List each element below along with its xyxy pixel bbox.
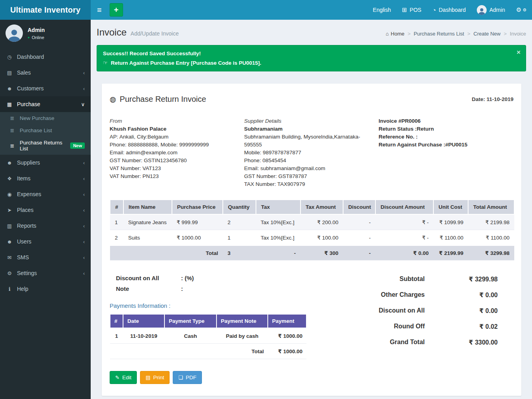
from-line: Email: admin@example.com	[110, 149, 235, 157]
sidebar-item-settings[interactable]: ⚙ Settings ‹	[0, 265, 91, 281]
note-label: Note	[116, 285, 181, 292]
sidebar-item-items[interactable]: ❖ Items ‹	[0, 170, 91, 186]
supplier-heading: Supplier Details	[244, 117, 369, 125]
payments-total-value: ₹ 1000.00	[268, 344, 306, 359]
gears-icon: ⚙	[516, 6, 521, 13]
sidebar-item-suppliers[interactable]: ☻ Suppliers ‹	[0, 155, 91, 170]
items-table: # Item Name Purchase Price Quantity Tax …	[110, 200, 515, 260]
dashboard-link[interactable]: ◔ Dashboard	[427, 0, 471, 20]
top-navbar: Ultimate Inventory ≡ + English ⊞ POS ◔ D…	[0, 0, 532, 20]
sidebar-item-purchase-list[interactable]: ≣ Purchase List	[0, 124, 91, 137]
sidebar-item-label: Purchase List	[20, 127, 52, 133]
sidebar-item-sms[interactable]: ✉ SMS ‹	[0, 249, 91, 265]
places-icon: ➤	[6, 207, 13, 213]
help-icon: ℹ	[6, 286, 13, 292]
total-unit-cost: ₹ 2199.99	[433, 245, 468, 260]
invoice-title: ◍ Purchase Return Invoice	[110, 95, 206, 104]
payments-header-row: # Date Payment Type Payment Note Payment	[110, 315, 306, 328]
cell: Tax 10%[Exc.]	[256, 230, 301, 246]
items-total-row: Total 3 - ₹ 300 - ₹ 0.00 ₹ 2199.99 ₹ 329…	[110, 245, 514, 260]
items-header-row: # Item Name Purchase Price Quantity Tax …	[110, 200, 514, 214]
cell: Suits	[123, 230, 172, 246]
app-logo[interactable]: Ultimate Inventory	[0, 0, 91, 20]
user-name: Admin	[28, 27, 45, 33]
cell: Cash	[164, 328, 217, 344]
cell: Signature Jeans	[123, 214, 172, 230]
items-header-cell: Tax	[256, 200, 301, 214]
from-line: AP: Ankali, City:Belgaum	[110, 133, 235, 141]
pos-link[interactable]: ⊞ POS	[396, 0, 427, 20]
sidebar-item-places[interactable]: ➤ Places ‹	[0, 202, 91, 218]
breadcrumb-create-new[interactable]: Create New	[474, 31, 501, 37]
items-row: 1 Signature Jeans ₹ 999.99 2 Tax 10%[Exc…	[110, 214, 514, 230]
chevron-left-icon: ‹	[83, 70, 85, 76]
sidebar-item-help[interactable]: ℹ Help	[0, 281, 91, 297]
invoice-date: Date: 11-10-2019	[472, 96, 513, 102]
payments-header-cell: Date	[123, 315, 164, 328]
sidebar-item-sales[interactable]: ▤ Sales ‹	[0, 65, 91, 81]
items-header-cell: Unit Cost	[433, 200, 468, 214]
customers-icon: ☻	[6, 86, 13, 92]
settings-menu[interactable]: ⚙⚙	[511, 0, 532, 20]
breadcrumb: ⌂ Home > Purchase Returns List > Create …	[386, 31, 526, 37]
sidebar-item-label: Sales	[17, 69, 31, 76]
sidebar-item-purchase-returns-list[interactable]: ≣ Purchase Returns List New	[0, 137, 91, 155]
chevron-left-icon: ‹	[83, 207, 85, 213]
pos-label: POS	[410, 7, 422, 13]
edit-button-label: Edit	[122, 375, 131, 380]
globe-icon: ◍	[110, 95, 116, 104]
sidebar-toggle-button[interactable]: ≡	[91, 0, 108, 20]
language-menu[interactable]: English	[367, 0, 396, 20]
user-menu[interactable]: Admin	[471, 0, 511, 20]
chevron-down-icon: ∨	[81, 101, 85, 107]
cell: ₹ 1099.99	[433, 214, 468, 230]
cell: 1	[223, 230, 256, 246]
alert-message-text: Return Against Purchase Entry [Purchase …	[111, 60, 261, 66]
sidebar-item-new-purchase[interactable]: ≣ New Purchase	[0, 112, 91, 124]
supplier-line: TAX Number: TAX907979	[244, 180, 369, 188]
quick-add-button[interactable]: +	[110, 3, 123, 17]
sales-icon: ▤	[6, 70, 13, 76]
invoice-title-label: Purchase Return Invoice	[120, 95, 206, 104]
sidebar-item-label: Settings	[17, 270, 37, 276]
gears-icon-small: ⚙	[523, 7, 526, 13]
discount-on-all-row: Discount on All : (%)	[116, 275, 336, 281]
breadcrumb-separator: >	[467, 31, 470, 37]
from-line: VAT Number: PN123	[110, 172, 235, 180]
items-total-label: Total	[110, 245, 223, 260]
sidebar-item-reports[interactable]: ▥ Reports ‹	[0, 218, 91, 234]
summary-value: ₹ 3299.98	[425, 275, 498, 283]
sidebar-item-label: Purchase	[17, 101, 40, 107]
payments-header-cell: Payment Type	[164, 315, 217, 328]
sidebar-item-label: Users	[17, 238, 32, 245]
sidebar-item-purchase[interactable]: ▦ Purchase ∨	[0, 96, 91, 112]
print-button[interactable]: ▤ Print	[140, 371, 170, 384]
chevron-left-icon: ‹	[83, 176, 85, 182]
cell: ₹ 1000.00	[268, 328, 306, 344]
cell: ₹ 1100.00	[468, 230, 514, 246]
sidebar-item-label: Help	[17, 286, 28, 292]
purchase-submenu: ≣ New Purchase ≣ Purchase List ≣ Purchas…	[0, 112, 91, 155]
user-avatar[interactable]	[6, 24, 23, 42]
breadcrumb-purchase-returns-list[interactable]: Purchase Returns List	[414, 31, 464, 37]
chevron-left-icon: ‹	[83, 160, 85, 166]
sidebar-item-expenses[interactable]: ◉ Expenses ‹	[0, 186, 91, 202]
edit-button[interactable]: ✎ Edit	[110, 371, 137, 384]
total-quantity: 3	[223, 245, 256, 260]
breadcrumb-home[interactable]: ⌂ Home	[386, 31, 405, 37]
payments-total-label: Total	[110, 344, 268, 359]
alert-close-icon[interactable]: ×	[517, 49, 521, 56]
sidebar-item-dashboard[interactable]: ◷ Dashboard	[0, 49, 91, 65]
total-tax: -	[256, 245, 301, 260]
cell: ₹ 1100.00	[433, 230, 468, 246]
invoice-bottom-left: Discount on All : (%) Note : Payments In…	[110, 271, 336, 384]
page-title: Invoice	[97, 27, 127, 38]
sidebar-item-users[interactable]: ☻ Users ‹	[0, 234, 91, 249]
sidebar-item-customers[interactable]: ☻ Customers ‹	[0, 81, 91, 96]
pdf-button[interactable]: ❏ PDF	[173, 371, 202, 384]
summary-value: ₹ 3300.00	[425, 339, 498, 346]
items-header-cell: #	[110, 200, 123, 214]
chevron-left-icon: ‹	[83, 191, 85, 197]
person-icon	[7, 27, 22, 42]
online-dot-icon: ●	[28, 36, 30, 39]
